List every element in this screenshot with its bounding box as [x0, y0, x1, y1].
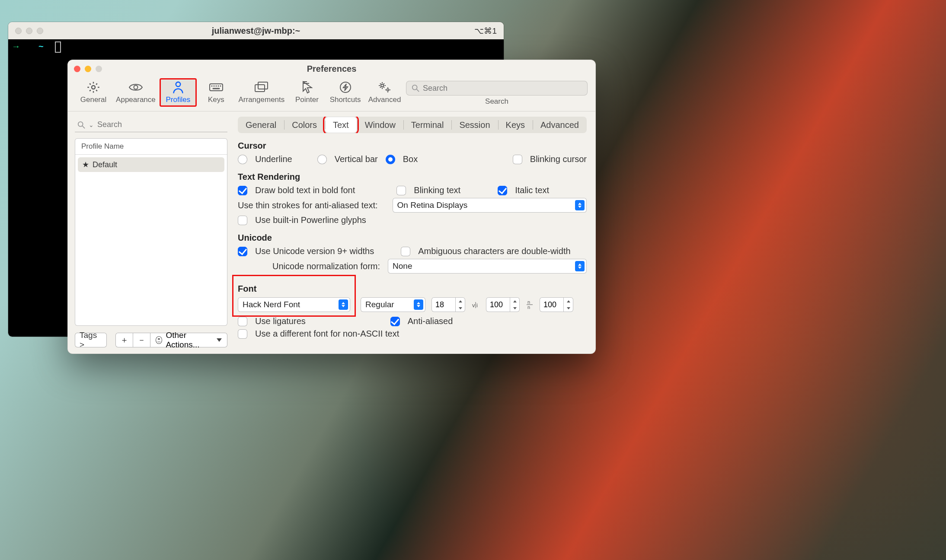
- sidebar-search-input[interactable]: [97, 120, 225, 129]
- stepper-arrows[interactable]: [456, 297, 465, 312]
- vspacing-stepper[interactable]: [540, 297, 573, 312]
- chevron-down-icon[interactable]: ⌄: [89, 121, 94, 128]
- vspacing-input[interactable]: [540, 297, 564, 312]
- svg-point-16: [387, 89, 389, 91]
- stepper-arrows[interactable]: [564, 297, 573, 312]
- tab-label: Keys: [208, 95, 224, 104]
- tab-appearance[interactable]: Appearance: [114, 79, 158, 106]
- search-icon: [77, 121, 85, 129]
- blinking-text-check[interactable]: [396, 186, 406, 195]
- prefs-titlebar: Preferences: [68, 60, 595, 77]
- profiles-header: Profile Name: [75, 139, 227, 155]
- windows-icon: [254, 81, 269, 94]
- star-icon: ★: [82, 160, 89, 169]
- antialiased-check[interactable]: [390, 317, 400, 326]
- thin-strokes-label: Use thin strokes for anti-aliased text:: [238, 200, 377, 210]
- ambiguous-check[interactable]: [401, 247, 410, 256]
- antialiased-label: Anti-aliased: [408, 316, 453, 326]
- powerline-label: Use built-in Powerline glyphs: [255, 215, 366, 225]
- subtab-window[interactable]: Window: [357, 117, 403, 133]
- font-size-input[interactable]: [431, 297, 456, 312]
- toolbar-search-input[interactable]: [423, 84, 582, 93]
- other-actions-dropdown[interactable]: Other Actions...: [150, 333, 227, 347]
- svg-point-0: [92, 86, 95, 89]
- blinking-text-label: Blinking text: [414, 185, 460, 195]
- ambiguous-label: Ambiguous characters are double-width: [418, 246, 570, 256]
- nonascii-font-check[interactable]: [238, 329, 247, 339]
- tab-keys[interactable]: Keys: [198, 79, 234, 106]
- tab-shortcuts[interactable]: Shortcuts: [327, 79, 363, 106]
- prefs-title: Preferences: [68, 64, 595, 74]
- subtab-session[interactable]: Session: [451, 117, 498, 133]
- powerline-check[interactable]: [238, 216, 247, 225]
- italic-check[interactable]: [498, 186, 507, 195]
- tab-arrangements[interactable]: Arrangements: [236, 79, 287, 106]
- profile-subtabs: General Colors Text Window Terminal Sess…: [238, 117, 587, 133]
- svg-text:n: n: [527, 305, 530, 309]
- hspacing-input[interactable]: [486, 297, 510, 312]
- normalization-dropdown[interactable]: None: [388, 259, 587, 274]
- remove-profile-button[interactable]: －: [133, 333, 150, 347]
- dropdown-caret-icon: [339, 299, 348, 310]
- cursor-underline-radio[interactable]: [238, 155, 247, 164]
- unicode9-label: Use Unicode version 9+ widths: [255, 246, 374, 256]
- subtab-terminal[interactable]: Terminal: [403, 117, 452, 133]
- tab-label: Advanced: [368, 95, 401, 104]
- subtab-colors[interactable]: Colors: [284, 117, 325, 133]
- profiles-sidebar: ⌄ Profile Name ★ Default Tags > ＋ －: [68, 111, 233, 353]
- prompt-arrow-icon: →: [12, 41, 20, 51]
- thin-strokes-dropdown[interactable]: On Retina Displays: [393, 198, 587, 213]
- svg-rect-10: [255, 85, 265, 92]
- svg-point-15: [381, 84, 384, 87]
- svg-point-2: [176, 82, 180, 86]
- cursor-box-label: Box: [403, 154, 418, 164]
- subtab-advanced[interactable]: Advanced: [533, 117, 587, 133]
- blinking-cursor-check[interactable]: [513, 155, 522, 164]
- tab-advanced[interactable]: Advanced: [366, 79, 403, 106]
- font-weight-value: Regular: [365, 300, 406, 309]
- keyboard-icon: [209, 81, 224, 94]
- tab-label: Appearance: [116, 95, 156, 104]
- preferences-window: Preferences General Appearance Profiles …: [67, 60, 596, 354]
- tab-label: Arrangements: [239, 95, 285, 104]
- profile-row-default[interactable]: ★ Default: [78, 157, 224, 172]
- dropdown-caret-icon: [414, 299, 423, 310]
- gear-icon: [87, 81, 100, 94]
- subtab-keys[interactable]: Keys: [498, 117, 533, 133]
- terminal-title: julianwest@jw-mbp:~: [8, 26, 504, 36]
- tab-general[interactable]: General: [76, 79, 111, 106]
- tags-button[interactable]: Tags >: [75, 333, 107, 347]
- stepper-arrows[interactable]: [510, 297, 520, 312]
- person-icon: [172, 81, 184, 94]
- subtab-text[interactable]: Text: [325, 117, 357, 133]
- cursor-icon: [301, 81, 313, 94]
- font-weight-dropdown[interactable]: Regular: [361, 297, 425, 312]
- tab-label: Pointer: [295, 95, 319, 104]
- tab-profiles[interactable]: Profiles: [160, 79, 196, 106]
- add-profile-button[interactable]: ＋: [115, 333, 133, 347]
- eye-icon: [128, 81, 143, 94]
- cursor-box-radio[interactable]: [386, 155, 395, 164]
- ligatures-label: Use ligatures: [255, 316, 306, 326]
- dropdown-caret-icon: [575, 261, 585, 271]
- bold-bold-check[interactable]: [238, 186, 247, 195]
- svg-text:v: v: [472, 302, 475, 309]
- font-family-dropdown[interactable]: Hack Nerd Font: [238, 297, 350, 312]
- tab-pointer[interactable]: Pointer: [289, 79, 325, 106]
- search-icon: [412, 84, 419, 92]
- toolbar-search[interactable]: [406, 81, 588, 95]
- font-size-stepper[interactable]: [431, 297, 465, 312]
- unicode9-check[interactable]: [238, 247, 247, 256]
- section-rendering: Text Rendering: [238, 172, 587, 182]
- ligatures-check[interactable]: [238, 317, 247, 326]
- svg-line-18: [417, 89, 419, 92]
- font-highlight: Font Hack Nerd Font: [233, 276, 355, 315]
- sidebar-search[interactable]: ⌄: [75, 118, 227, 132]
- cursor-vertical-radio[interactable]: [317, 155, 327, 164]
- cursor-vertical-label: Vertical bar: [335, 154, 378, 164]
- hspacing-stepper[interactable]: [486, 297, 520, 312]
- subtab-general[interactable]: General: [238, 117, 284, 133]
- tab-label: Shortcuts: [330, 95, 361, 104]
- thin-strokes-value: On Retina Displays: [397, 200, 479, 210]
- cursor-underline-label: Underline: [255, 154, 292, 164]
